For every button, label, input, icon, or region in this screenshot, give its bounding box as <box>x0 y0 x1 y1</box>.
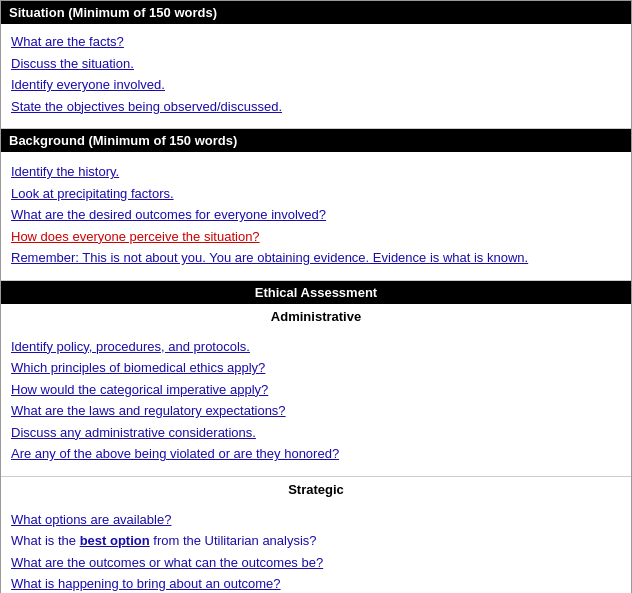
admin-line-1: Identify policy, procedures, and protoco… <box>11 337 621 357</box>
strategic-line-2: What is the best option from the Utilita… <box>11 531 621 551</box>
admin-line-5: Discuss any administrative consideration… <box>11 423 621 443</box>
administrative-section: Administrative Identify policy, procedur… <box>1 304 631 477</box>
background-body: Identify the history. Look at precipitat… <box>1 152 631 281</box>
situation-body: What are the facts? Discuss the situatio… <box>1 24 631 129</box>
situation-section: Situation (Minimum of 150 words) What ar… <box>1 1 631 129</box>
background-line-4: How does everyone perceive the situation… <box>11 227 621 247</box>
admin-line-3: How would the categorical imperative app… <box>11 380 621 400</box>
background-header: Background (Minimum of 150 words) <box>1 129 631 152</box>
strategic-subheader: Strategic <box>1 477 631 500</box>
admin-line-4: What are the laws and regulatory expecta… <box>11 401 621 421</box>
strategic-line-3: What are the outcomes or what can the ou… <box>11 553 621 573</box>
ethical-assessment-header: Ethical Assessment <box>1 281 631 304</box>
background-line-2: Look at precipitating factors. <box>11 184 621 204</box>
situation-line-3: Identify everyone involved. <box>11 75 621 95</box>
strategic-section: Strategic What options are available? Wh… <box>1 477 631 594</box>
administrative-subheader: Administrative <box>1 304 631 327</box>
strategic-body: What options are available? What is the … <box>1 500 631 594</box>
strategic-line-4: What is happening to bring about an outc… <box>11 574 621 593</box>
background-line-1: Identify the history. <box>11 162 621 182</box>
situation-header: Situation (Minimum of 150 words) <box>1 1 631 24</box>
situation-line-1: What are the facts? <box>11 32 621 52</box>
situation-line-4: State the objectives being observed/disc… <box>11 97 621 117</box>
strategic-line-1: What options are available? <box>11 510 621 530</box>
admin-line-6: Are any of the above being violated or a… <box>11 444 621 464</box>
background-line-3: What are the desired outcomes for everyo… <box>11 205 621 225</box>
situation-line-2: Discuss the situation. <box>11 54 621 74</box>
page-container: Situation (Minimum of 150 words) What ar… <box>0 0 632 593</box>
background-line-5: Remember: This is not about you. You are… <box>11 248 621 268</box>
ethical-assessment-section: Ethical Assessment Administrative Identi… <box>1 281 631 594</box>
administrative-body: Identify policy, procedures, and protoco… <box>1 327 631 476</box>
admin-line-2: Which principles of biomedical ethics ap… <box>11 358 621 378</box>
background-section: Background (Minimum of 150 words) Identi… <box>1 129 631 281</box>
